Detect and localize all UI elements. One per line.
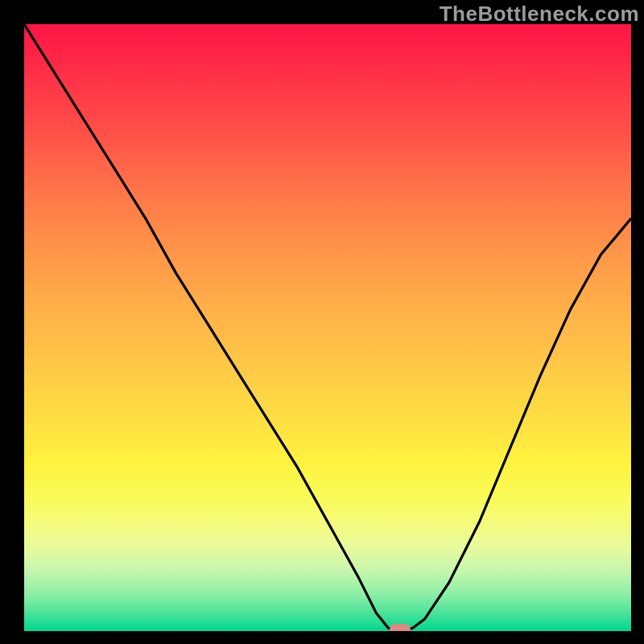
watermark-label: TheBottleneck.com [440,2,639,27]
curve-path [24,24,631,631]
frame-border-right [631,0,644,644]
bottleneck-curve [24,24,631,631]
chart-container: TheBottleneck.com [0,0,644,644]
frame-border-left [0,0,24,644]
frame-border-bottom [0,631,644,644]
